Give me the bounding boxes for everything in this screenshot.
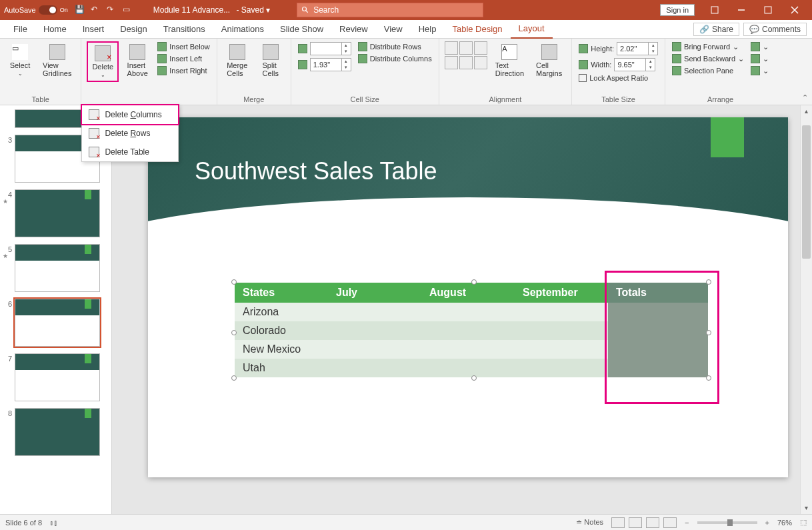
slide-canvas[interactable]: Southwest Sales Table States July August… <box>148 117 788 477</box>
delete-rows-icon <box>89 128 99 139</box>
slide-thumb-5[interactable] <box>15 244 100 292</box>
zoom-in-icon[interactable]: + <box>765 519 769 527</box>
merge-cells-button[interactable]: Merge Cells <box>223 41 252 80</box>
minimize-button[interactable] <box>728 0 755 20</box>
zoom-slider[interactable] <box>697 521 757 524</box>
align-top-icon[interactable] <box>445 56 458 69</box>
align-center-icon[interactable] <box>459 41 473 55</box>
reading-view-icon[interactable] <box>646 517 659 528</box>
rotate-button[interactable]: ⌄ <box>749 65 770 76</box>
share-button[interactable]: 🔗 Share <box>693 23 739 36</box>
comments-button[interactable]: 💬 Comments <box>743 23 807 36</box>
data-table[interactable]: States July August September Totals Ariz… <box>235 283 708 377</box>
tab-insert[interactable]: Insert <box>75 20 113 38</box>
delete-button[interactable]: ×Delete⌄ <box>87 41 119 82</box>
text-direction-button[interactable]: AText Direction <box>491 41 528 80</box>
scroll-down-icon[interactable]: ▾ <box>801 502 812 514</box>
distribute-rows-button[interactable]: Distribute Rows <box>357 41 433 52</box>
cell-margins-button[interactable]: Cell Margins <box>532 41 566 80</box>
align-bottom-icon[interactable] <box>474 56 487 69</box>
row-height-input[interactable]: ▴▾ <box>297 41 353 56</box>
collapse-ribbon-icon[interactable]: ⌃ <box>802 93 808 102</box>
group-table-label: Table <box>5 95 75 103</box>
distribute-columns-button[interactable]: Distribute Columns <box>357 53 433 64</box>
close-button[interactable] <box>781 0 808 20</box>
normal-view-icon[interactable] <box>611 517 625 528</box>
notes-button[interactable]: ≐ Notes <box>576 518 603 527</box>
table-wrapper[interactable]: States July August September Totals Ariz… <box>235 283 708 377</box>
insert-right-button[interactable]: Insert Right <box>156 65 211 76</box>
accessibility-icon[interactable]: ⫾⫿ <box>50 519 58 527</box>
align-middle-icon[interactable] <box>459 56 473 69</box>
tab-file[interactable]: File <box>5 20 35 38</box>
split-cells-button[interactable]: Split Cells <box>256 41 285 80</box>
select-button[interactable]: ▭Select⌄ <box>5 41 35 79</box>
delete-rows-item[interactable]: Delete Rows <box>82 124 178 143</box>
tab-home[interactable]: Home <box>35 20 75 38</box>
bring-forward-button[interactable]: Bring Forward ⌄ <box>671 41 745 52</box>
group-merge: Merge Cells Split Cells Merge <box>217 39 291 105</box>
tab-table-design[interactable]: Table Design <box>444 20 510 38</box>
col-width-input[interactable]: 1.93"▴▾ <box>297 57 353 72</box>
vertical-scrollbar[interactable]: ▴ ▾ <box>800 105 812 514</box>
selection-pane-button[interactable]: Selection Pane <box>671 65 745 76</box>
tab-review[interactable]: Review <box>331 20 376 38</box>
slide-thumb-4[interactable] <box>15 189 100 237</box>
th-july[interactable]: July <box>328 283 421 303</box>
tab-view[interactable]: View <box>376 20 411 38</box>
align-icon <box>751 42 760 51</box>
scroll-thumb[interactable] <box>802 125 811 259</box>
cell-newmexico[interactable]: New Mexico <box>235 340 328 359</box>
delete-table-item[interactable]: Delete Table <box>82 143 178 161</box>
th-states[interactable]: States <box>235 283 328 303</box>
ribbon-display-options[interactable] <box>701 0 728 20</box>
align-left-icon[interactable] <box>445 41 458 55</box>
undo-icon[interactable]: ↶ <box>91 5 101 15</box>
tab-layout[interactable]: Layout <box>511 19 553 39</box>
insert-above-button[interactable]: Insert Above <box>123 41 152 80</box>
tab-slideshow[interactable]: Slide Show <box>272 20 331 38</box>
slide-sorter-icon[interactable] <box>629 517 642 528</box>
zoom-level[interactable]: 76% <box>777 519 792 527</box>
scroll-up-icon[interactable]: ▴ <box>801 105 812 117</box>
view-gridlines-button[interactable]: View Gridlines <box>39 41 75 80</box>
start-slideshow-icon[interactable]: ▭ <box>123 5 133 15</box>
save-icon[interactable]: 💾 <box>75 5 85 15</box>
align-button[interactable]: ⌄ <box>749 41 770 52</box>
th-september[interactable]: September <box>515 283 608 303</box>
slideshow-view-icon[interactable] <box>663 517 677 528</box>
insert-left-button[interactable]: Insert Left <box>156 53 211 64</box>
cell-arizona[interactable]: Arizona <box>235 303 328 321</box>
search-box[interactable]: Search <box>297 3 483 17</box>
redo-icon[interactable]: ↷ <box>107 5 117 15</box>
slide-canvas-area[interactable]: Southwest Sales Table States July August… <box>124 105 812 514</box>
th-august[interactable]: August <box>421 283 515 303</box>
slide-title[interactable]: Southwest Sales Table <box>195 157 437 185</box>
slide-thumb-7[interactable] <box>15 353 100 401</box>
tab-design[interactable]: Design <box>112 20 155 38</box>
slide-thumb-6[interactable] <box>15 299 100 347</box>
sign-in-button[interactable]: Sign in <box>660 4 695 16</box>
cell-colorado[interactable]: Colorado <box>235 321 328 340</box>
table-width-input[interactable]: Width:9.65"▴▾ <box>577 57 659 72</box>
slide-thumbnails-panel[interactable]: 3 4★ 5★ 6 7 8 <box>0 105 112 514</box>
slide-thumb-8[interactable] <box>15 408 100 456</box>
autosave-toggle[interactable]: AutoSave On <box>4 5 68 15</box>
height-icon <box>579 44 588 53</box>
send-backward-button[interactable]: Send Backward ⌄ <box>671 53 745 64</box>
maximize-button[interactable] <box>755 0 781 20</box>
group-button[interactable]: ⌄ <box>749 53 770 64</box>
tab-transitions[interactable]: Transitions <box>155 20 213 38</box>
table-height-input[interactable]: Height:2.02"▴▾ <box>577 41 659 56</box>
insert-below-button[interactable]: Insert Below <box>156 41 211 52</box>
lock-aspect-checkbox[interactable]: Lock Aspect Ratio <box>577 73 659 83</box>
zoom-out-icon[interactable]: − <box>685 519 689 527</box>
fit-to-window-icon[interactable]: ⬚ <box>800 518 807 527</box>
align-right-icon[interactable] <box>474 41 487 55</box>
autosave-switch[interactable] <box>39 5 57 15</box>
th-totals[interactable]: Totals <box>608 283 708 303</box>
tab-animations[interactable]: Animations <box>213 20 272 38</box>
tab-help[interactable]: Help <box>411 20 445 38</box>
cell-utah[interactable]: Utah <box>235 359 328 377</box>
delete-columns-item[interactable]: Delete Columns <box>81 104 179 125</box>
